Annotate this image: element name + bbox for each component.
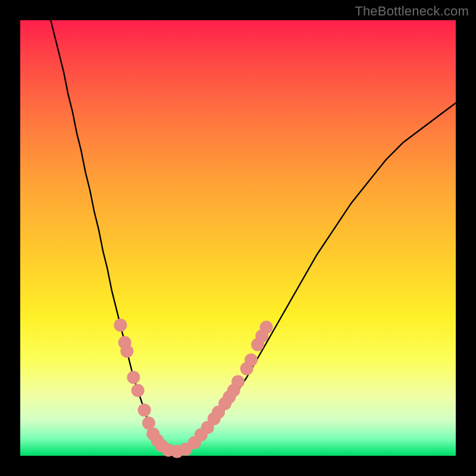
data-marker [231, 375, 245, 389]
plot-area [20, 20, 456, 456]
data-marker [131, 384, 145, 397]
bottleneck-curve [51, 20, 456, 452]
data-marker [138, 403, 151, 416]
watermark-text: TheBottleneck.com [355, 4, 469, 19]
marker-group [114, 318, 273, 458]
curve-layer [20, 20, 456, 456]
data-marker [127, 371, 140, 384]
data-marker [120, 345, 133, 358]
data-marker [260, 321, 273, 334]
data-marker [245, 353, 258, 367]
data-marker [114, 318, 127, 331]
chart-frame: TheBottleneck.com [0, 0, 476, 476]
